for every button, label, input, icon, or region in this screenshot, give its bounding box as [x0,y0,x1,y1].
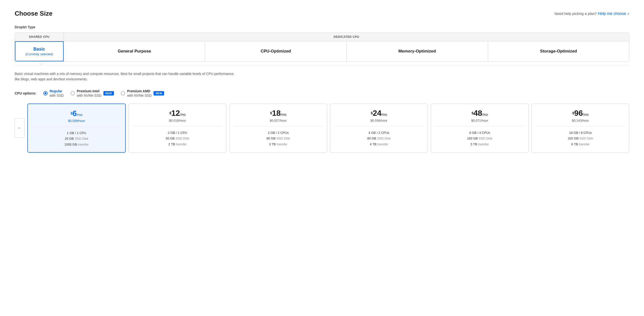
period-18: /mo [281,113,286,117]
dedicated-cpu-header: DEDICATED CPU [64,33,629,41]
shared-cpu-header: SHARED CPU [15,33,64,41]
disk-96: 320 GB [568,137,578,140]
period-12: /mo [180,113,186,117]
dedicated-cpu-options: General Purpose CPU-Optimized Memory-Opt… [64,41,629,61]
pricing-card-96[interactable]: $96/mo $0.143/hour 16 GB / 8 CPUs 320 GB… [532,104,629,153]
cpu-48: 4 CPUs [479,131,490,135]
memory-optimized-label: Memory-Optimized [398,49,436,54]
price-main-24: $24/mo [334,109,424,118]
transfer-label-48: transfer [478,142,489,146]
premium-amd-name: Premium AMD [127,89,150,93]
disk-18: 60 GB [266,137,276,140]
pricing-card-6[interactable]: $6/mo $0.009/hour 1 GB / 1 CPU 25 GB SSD… [28,104,126,153]
period-48: /mo [482,113,488,117]
arrow-down-icon [39,62,44,65]
plan-description: Basic virtual machines with a mix of mem… [15,71,235,82]
general-purpose-option[interactable]: General Purpose [64,41,205,61]
cpu-optimized-option[interactable]: CPU-Optimized [205,41,346,61]
help-text: Need help picking a plan? [554,11,597,16]
specs-18: 2 GB / 2 CPUs 60 GB SSD Disk 3 TB transf… [234,130,323,147]
cpu-options-label: CPU options: [15,91,36,95]
price-main-18: $18/mo [234,109,323,118]
dedicated-cpu-section: DEDICATED CPU General Purpose CPU-Optimi… [64,33,629,61]
basic-option-subtitle: (Currently selected) [21,52,57,56]
price-main-6: $6/mo [32,109,121,118]
specs-6: 1 GB / 1 CPU 25 GB SSD Disk 1000 GB tran… [32,130,121,147]
price-main-48: $48/mo [435,109,524,118]
transfer-24: 4 TB [370,142,376,146]
price-hourly-96: $0.143/hour [536,119,625,122]
shared-cpu-section: SHARED CPU Basic (Currently selected) [15,33,64,61]
ram-6: 1 GB [67,131,74,135]
disk-6: 25 GB [65,137,74,141]
cpu-96: 8 CPUs [581,131,592,135]
divider-48 [435,126,524,127]
amount-24: 24 [372,109,382,118]
pricing-card-48[interactable]: $48/mo $0.071/hour 8 GB / 4 CPUs 160 GB … [431,104,528,153]
cpu-option-premium-amd-text: Premium AMD with NVMe SSD [127,89,152,98]
period-24: /mo [382,113,387,117]
cpu-12: 1 CPU [178,131,187,135]
period-6: /mo [77,113,82,117]
divider [15,65,629,65]
cpu-option-premium-intel-text: Premium Intel with NVMe SSD [77,89,101,98]
cpu-optimized-label: CPU-Optimized [261,49,291,54]
general-purpose-label: General Purpose [118,49,151,54]
disk-24: 80 GB [367,137,376,140]
pricing-card-12[interactable]: $12/mo $0.018/hour 2 GB / 1 CPU 50 GB SS… [128,104,226,153]
help-me-choose-link[interactable]: Help me choose [598,11,629,16]
price-hourly-24: $0.036/hour [334,119,424,122]
transfer-12: 2 TB [168,142,175,146]
cpu-option-regular[interactable]: Regular with SSD [43,89,64,98]
ram-48: 8 GB [469,131,476,135]
transfer-label-18: transfer [276,142,287,146]
specs-96: 16 GB / 8 CPUs 320 GB SSD Disk 6 TB tran… [536,130,625,147]
cpu-options-row: CPU options: Regular with SSD Premium In… [15,89,629,98]
pricing-card-24[interactable]: $24/mo $0.036/hour 4 GB / 2 CPUs 80 GB S… [330,104,428,153]
divider-96 [536,126,625,127]
disk-48: 160 GB [467,137,478,140]
amount-12: 12 [171,109,180,118]
pricing-card-18[interactable]: $18/mo $0.027/hour 2 GB / 2 CPUs 60 GB S… [229,104,327,153]
transfer-48: 5 TB [471,142,477,146]
transfer-label-6: transfer [78,143,88,146]
page-title: Choose Size [15,10,52,17]
divider-12 [133,126,222,127]
premium-intel-sub: with NVMe SSD [77,94,101,97]
droplet-type-tabs: SHARED CPU Basic (Currently selected) DE… [15,32,629,62]
storage-optimized-label: Storage-Optimized [540,49,577,54]
cpu-option-premium-amd[interactable]: Premium AMD with NVMe SSD NEW [121,89,164,98]
radio-regular-dot [44,92,46,94]
divider-6 [32,127,121,127]
radio-premium-amd[interactable] [121,91,125,96]
transfer-label-96: transfer [579,142,590,146]
basic-option[interactable]: Basic (Currently selected) [15,41,64,61]
price-main-12: $12/mo [133,109,222,118]
storage-optimized-option[interactable]: Storage-Optimized [488,41,629,61]
price-hourly-18: $0.027/hour [234,119,323,122]
ram-12: 2 GB [168,131,175,135]
scroll-left-button[interactable]: ← [15,118,24,138]
ram-96: 16 GB [569,131,578,135]
premium-amd-sub: with NVMe SSD [127,94,152,97]
radio-premium-intel[interactable] [70,91,75,96]
cpu-option-premium-intel[interactable]: Premium Intel with NVMe SSD NEW [70,89,114,98]
radio-regular[interactable] [43,91,48,96]
transfer-96: 6 TB [572,142,578,146]
cpu-18: 2 CPUs [278,131,289,135]
specs-24: 4 GB / 2 CPUs 80 GB SSD Disk 4 TB transf… [334,130,424,147]
amount-96: 96 [574,109,583,118]
transfer-label-24: transfer [377,142,388,146]
pricing-cards-container: ← $6/mo $0.009/hour 1 GB / 1 CPU 25 GB S… [15,104,629,153]
divider-18 [234,126,323,127]
memory-optimized-option[interactable]: Memory-Optimized [347,41,488,61]
disk-type-18: SSD Disk [276,137,290,140]
premium-amd-new-badge: NEW [154,91,164,96]
cpu-option-regular-text: Regular with SSD [50,89,64,98]
regular-name: Regular [50,89,62,93]
cpu-6: 1 CPU [77,131,86,135]
price-hourly-12: $0.018/hour [133,119,222,122]
disk-12: 50 GB [166,137,175,140]
transfer-label-12: transfer [176,142,186,146]
pricing-cards-grid: $6/mo $0.009/hour 1 GB / 1 CPU 25 GB SSD… [28,104,629,153]
